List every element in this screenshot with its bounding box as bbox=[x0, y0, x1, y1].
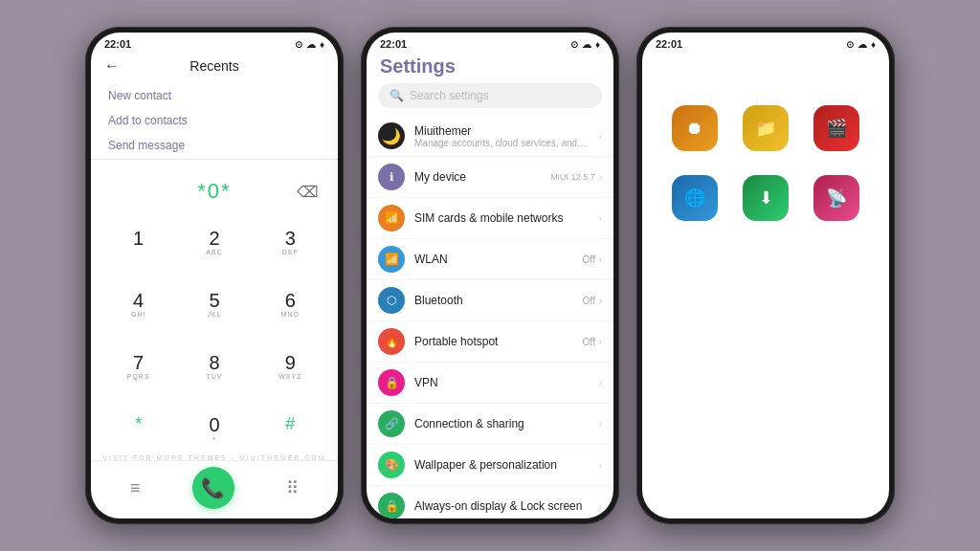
settings-screen: 22:01 ⊙ ☁ ♦ Settings 🔍 Search settings 🌙… bbox=[367, 33, 613, 518]
time-3: 22:01 bbox=[656, 38, 682, 50]
aod-content: Always-on display & Lock screen bbox=[414, 499, 590, 513]
key-hash[interactable]: # bbox=[253, 398, 328, 460]
recorder-label: Recorder bbox=[679, 155, 711, 164]
bluetooth-icon: ⬡ bbox=[378, 287, 405, 314]
wlan-status: Off bbox=[583, 254, 595, 265]
app-recorder[interactable]: ⏺ Recorder bbox=[665, 105, 724, 164]
bluetooth-content: Bluetooth bbox=[414, 294, 573, 307]
hotspot-title: Portable hotspot bbox=[414, 335, 573, 348]
app-grid-row1: ⏺ Recorder 📁 File Manager 🎬 Screen Recor… bbox=[642, 105, 889, 233]
app-miremote[interactable]: 📡 MI Remote bbox=[807, 175, 866, 233]
settings-item-bluetooth[interactable]: ⬡ Bluetooth Off › bbox=[367, 280, 613, 321]
app-downloads[interactable]: ⬇ Downloads bbox=[736, 175, 795, 233]
settings-item-wallpaper[interactable]: 🎨 Wallpaper & personalization › bbox=[367, 445, 613, 486]
miuithemer-sub: Manage accounts, cloud services, and mor… bbox=[414, 138, 590, 148]
call-button[interactable]: 📞 bbox=[192, 467, 234, 509]
aod-title: Always-on display & Lock screen bbox=[414, 499, 590, 513]
settings-item-wlan[interactable]: 📶 WLAN Off › bbox=[367, 239, 613, 280]
send-message-link[interactable]: Send message bbox=[108, 136, 321, 155]
battery-icon: ♦ bbox=[320, 39, 324, 50]
chevron-icon-1: › bbox=[599, 172, 602, 183]
wlan-content: WLAN bbox=[414, 253, 573, 266]
connection-title: Connection & sharing bbox=[414, 417, 590, 430]
settings-item-hotspot[interactable]: 🔥 Portable hotspot Off › bbox=[367, 321, 613, 363]
time-1: 22:01 bbox=[104, 38, 131, 50]
phone-settings: 22:01 ⊙ ☁ ♦ Settings 🔍 Search settings 🌙… bbox=[361, 27, 619, 524]
key-5[interactable]: 5JKL bbox=[176, 274, 252, 336]
status-bar-3: 22:01 ⊙ ☁ ♦ bbox=[642, 33, 889, 54]
wallpaper-icon: 🎨 bbox=[378, 452, 405, 478]
status-icons-2: ⊙ ☁ ♦ bbox=[570, 39, 600, 50]
downloads-label: Downloads bbox=[746, 225, 785, 233]
key-8[interactable]: 8TUV bbox=[176, 336, 252, 398]
search-icon: 🔍 bbox=[390, 89, 404, 102]
screenrecorder-icon: 🎬 bbox=[813, 105, 859, 151]
hotspot-right: Off › bbox=[583, 337, 603, 347]
key-7[interactable]: 7PQRS bbox=[100, 336, 176, 398]
backspace-button[interactable]: ⌫ bbox=[297, 183, 321, 201]
chevron-icon-5: › bbox=[599, 337, 602, 347]
battery-icon-3: ♦ bbox=[871, 39, 876, 50]
sim-title: SIM cards & mobile networks bbox=[414, 211, 590, 225]
watermark: VISIT FOR MORE THEMES - MIUITHEMER.COM bbox=[91, 454, 338, 461]
connection-content: Connection & sharing bbox=[414, 417, 590, 430]
back-button[interactable]: ← bbox=[104, 57, 120, 75]
add-to-contacts-link[interactable]: Add to contacts bbox=[108, 111, 321, 130]
menu-icon[interactable]: ≡ bbox=[130, 478, 141, 498]
signal-icon-2: ⊙ bbox=[570, 39, 578, 50]
filemanager-icon: 📁 bbox=[743, 105, 789, 151]
sim-icon: 📶 bbox=[378, 205, 405, 231]
chevron-icon-3: › bbox=[599, 254, 602, 265]
mydevice-title: My device bbox=[414, 170, 541, 184]
key-9[interactable]: 9WXYZ bbox=[253, 336, 328, 398]
dot-2 bbox=[764, 256, 768, 261]
status-bar-1: 22:01 ⊙ ☁ ♦ bbox=[91, 33, 338, 54]
status-icons-1: ⊙ ☁ ♦ bbox=[295, 39, 324, 50]
phone-dialer: 22:01 ⊙ ☁ ♦ ← Recents New contact Add to… bbox=[85, 27, 344, 524]
key-star[interactable]: * bbox=[100, 398, 176, 460]
settings-item-connection[interactable]: 🔗 Connection & sharing › bbox=[367, 404, 613, 445]
new-contact-link[interactable]: New contact bbox=[108, 86, 321, 105]
sim-content: SIM cards & mobile networks bbox=[414, 211, 590, 225]
settings-search-bar[interactable]: 🔍 Search settings bbox=[378, 83, 602, 108]
settings-item-sim[interactable]: 📶 SIM cards & mobile networks › bbox=[367, 198, 613, 239]
settings-item-mydevice[interactable]: ℹ My device MIUI 12.5.7 › bbox=[367, 157, 613, 198]
search-placeholder: Search settings bbox=[410, 89, 489, 102]
mydevice-icon: ℹ bbox=[378, 164, 405, 190]
dialer-title: Recents bbox=[189, 58, 238, 74]
chevron-icon-6: › bbox=[599, 378, 602, 388]
connection-icon: 🔗 bbox=[378, 410, 405, 437]
settings-item-vpn[interactable]: 🔒 VPN › bbox=[367, 363, 613, 404]
chevron-icon-4: › bbox=[599, 296, 602, 306]
settings-title: Settings bbox=[367, 54, 613, 83]
wlan-icon: 📶 bbox=[378, 246, 405, 273]
chevron-icon-9: › bbox=[599, 501, 602, 512]
settings-item-miuithemer[interactable]: 🌙 Miuithemer Manage accounts, cloud serv… bbox=[367, 116, 613, 157]
time-2: 22:01 bbox=[380, 38, 407, 50]
app-screenrecorder[interactable]: 🎬 Screen Recorder bbox=[807, 105, 866, 164]
key-3[interactable]: 3DEF bbox=[253, 211, 328, 274]
dialpad-icon[interactable]: ⠿ bbox=[286, 477, 299, 498]
miuithemer-icon: 🌙 bbox=[378, 122, 405, 149]
miuithemer-title: Miuithemer bbox=[414, 124, 590, 138]
filemanager-label: File Manager bbox=[744, 155, 789, 164]
app-browser[interactable]: 🌐 Browser bbox=[665, 175, 724, 233]
settings-item-aod[interactable]: 🔒 Always-on display & Lock screen › bbox=[367, 486, 613, 518]
chevron-icon-2: › bbox=[599, 213, 602, 224]
vpn-content: VPN bbox=[414, 376, 590, 389]
bluetooth-right: Off › bbox=[583, 296, 603, 306]
downloads-icon: ⬇ bbox=[743, 175, 789, 221]
key-2[interactable]: 2ABC bbox=[176, 211, 252, 274]
key-1[interactable]: 1 bbox=[100, 211, 176, 274]
aod-icon: 🔒 bbox=[378, 493, 405, 518]
dialer-display: *0* ⌫ bbox=[91, 164, 338, 211]
key-0[interactable]: 0+ bbox=[176, 398, 252, 460]
screenrecorder-label: Screen Recorder bbox=[808, 155, 865, 164]
battery-icon-2: ♦ bbox=[595, 39, 600, 50]
key-6[interactable]: 6MNO bbox=[253, 274, 328, 336]
app-filemanager[interactable]: 📁 File Manager bbox=[736, 105, 795, 164]
hotspot-content: Portable hotspot bbox=[414, 335, 573, 348]
dialer-header: ← Recents bbox=[91, 54, 338, 80]
status-bar-2: 22:01 ⊙ ☁ ♦ bbox=[367, 33, 613, 54]
key-4[interactable]: 4GHI bbox=[100, 274, 176, 336]
